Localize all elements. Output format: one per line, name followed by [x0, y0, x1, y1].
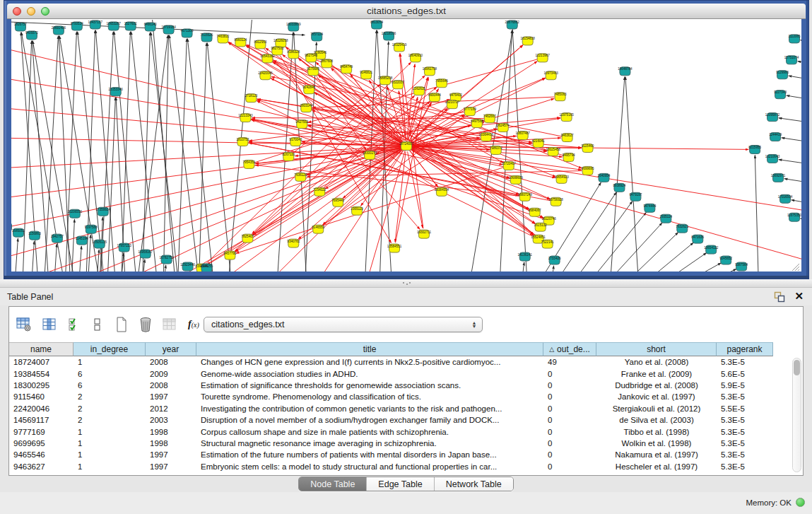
- table-row[interactable]: 911546021997Tourette syndrome. Phenomeno…: [9, 391, 792, 402]
- table-row[interactable]: 946362711997Embryonic stem cells: a mode…: [9, 461, 792, 472]
- table-cell: 0: [543, 404, 596, 413]
- table-cell: 49: [543, 358, 596, 366]
- table-cell: 1997: [146, 450, 196, 459]
- graph-node-label: 1955119: [351, 207, 363, 211]
- table-row[interactable]: 946554611997Estimation of the future num…: [9, 449, 792, 460]
- delete-trash-icon[interactable]: [136, 315, 155, 334]
- column-visibility-icon[interactable]: [40, 315, 59, 334]
- rows-icon[interactable]: [88, 315, 107, 334]
- panel-splitter[interactable]: [0, 279, 812, 288]
- table-row[interactable]: 1830029562008Estimation of significance …: [9, 380, 792, 391]
- function-fx-icon[interactable]: f(x): [184, 315, 203, 334]
- graph-node-label: 2935114: [660, 215, 673, 218]
- graph-node-label: 8990444: [428, 93, 441, 97]
- graph-edge: [100, 32, 114, 271]
- graph-node-label: 10654112: [704, 246, 718, 250]
- graph-node-label: 9197588: [85, 226, 98, 229]
- table-cell: 2008: [146, 358, 196, 366]
- graph-node-label: 19756928: [548, 198, 563, 201]
- table-row[interactable]: 1872400712008Changes of HCN gene express…: [9, 356, 792, 368]
- table-cell: 1997: [146, 392, 196, 401]
- network-window-titlebar[interactable]: citations_edges.txt: [7, 4, 806, 19]
- import-table-icon-disabled: [160, 315, 179, 334]
- graph-node-label: 10958167: [138, 250, 153, 254]
- scrollbar-thumb[interactable]: [794, 360, 800, 375]
- graph-edge: [549, 266, 554, 271]
- graph-node-label: 9146821: [360, 71, 372, 74]
- column-header-year[interactable]: year: [146, 342, 196, 356]
- column-header-pagerank[interactable]: pagerank: [717, 342, 773, 356]
- graph-node-label: 6479402: [449, 93, 462, 97]
- graph-edge: [408, 151, 423, 228]
- graph-node-label: 6466140: [144, 23, 157, 26]
- table-cell: Disruption of a novel member of a sodium…: [196, 416, 543, 424]
- close-icon[interactable]: ✕: [794, 290, 804, 303]
- table-row[interactable]: 977716911998Corpus callosum shape and si…: [9, 426, 792, 437]
- memory-ok-icon[interactable]: [796, 498, 805, 507]
- table-row[interactable]: 1938455462009Genome-wide association stu…: [9, 368, 792, 379]
- table-cell: 5.3E-5: [717, 416, 773, 424]
- graph-node-label: 18325419: [392, 43, 407, 47]
- resize-grip[interactable]: [792, 264, 799, 271]
- new-document-icon[interactable]: [112, 315, 131, 334]
- table-cell: Hescheler et al. (1997): [596, 462, 717, 471]
- citation-network-graph[interactable]: 1872400785601248912953182260589827503105…: [11, 19, 801, 271]
- graph-node-label: 4671308: [181, 29, 194, 33]
- graph-node-label: 8146553: [312, 226, 324, 229]
- tab-network-table[interactable]: Network Table: [435, 477, 513, 491]
- graph-node-label: 17359924: [96, 208, 111, 211]
- table-cell: 1998: [146, 428, 196, 436]
- tab-edge-table[interactable]: Edge Table: [367, 477, 434, 491]
- table-cell: 2008: [146, 381, 196, 390]
- graph-node-label: 13584551: [387, 245, 402, 248]
- graph-node-label: 16648784: [618, 67, 632, 71]
- table-cell: Embryonic stem cells: a model to study s…: [196, 462, 543, 471]
- table-row[interactable]: 2242004622012Investigating the contribut…: [9, 403, 792, 414]
- table-cell: 2009: [146, 370, 196, 378]
- graph-node-label: 7857224: [310, 33, 323, 36]
- graph-node-label: 12975165: [559, 113, 574, 117]
- table-cell: 9465546: [9, 450, 73, 459]
- graph-node-label: 1615132: [534, 223, 547, 227]
- splitter-handle-icon[interactable]: [401, 281, 411, 286]
- graph-node-label: 9387564: [735, 263, 748, 267]
- graph-node-label: 19654923: [554, 175, 569, 179]
- graph-node-label: 7954351: [242, 160, 255, 164]
- network-table-dropdown[interactable]: citations_edges.txt ▲▼: [204, 317, 483, 332]
- graph-node-label: 3624574: [497, 124, 510, 127]
- graph-node-label: 12213343: [238, 114, 253, 117]
- column-header-name[interactable]: name: [9, 342, 73, 356]
- graph-node-label: 19302711: [417, 230, 431, 234]
- minimize-icon[interactable]: [27, 7, 35, 16]
- tab-node-table[interactable]: Node Table: [299, 477, 367, 491]
- graph-node-label: 6479197: [630, 193, 642, 197]
- column-header-out-de-[interactable]: △out_de...: [543, 342, 596, 356]
- graph-node-label: 8471636: [691, 235, 704, 239]
- table-settings-icon[interactable]: [15, 315, 33, 334]
- graph-node-label: 16154838: [521, 37, 536, 40]
- table-cell: 5.3E-5: [717, 392, 773, 401]
- table-cell: 18300295: [9, 381, 73, 390]
- network-canvas[interactable]: 1872400785601248912953182260589827503105…: [11, 19, 801, 271]
- graph-node-label: 7986372: [490, 146, 502, 150]
- table-cell: Structural magnetic resonance image aver…: [196, 439, 543, 448]
- close-icon[interactable]: [13, 7, 21, 16]
- table-row[interactable]: 969969511998Structural magnetic resonanc…: [9, 438, 792, 449]
- graph-node-label: 20691406: [52, 26, 66, 30]
- table-cell: Tourette syndrome. Phenomenology and cla…: [196, 392, 543, 401]
- vertical-scrollbar[interactable]: [792, 358, 801, 472]
- column-header-title[interactable]: title: [196, 342, 543, 356]
- float-window-icon[interactable]: [774, 291, 785, 303]
- graph-node-label: 1156863: [28, 232, 41, 235]
- zoom-icon[interactable]: [41, 7, 49, 16]
- graph-node-label: 9129966: [776, 71, 789, 74]
- column-header-short[interactable]: short: [596, 342, 717, 356]
- row-select-checks-icon[interactable]: [66, 315, 84, 334]
- graph-edge: [801, 218, 801, 227]
- graph-node-label: 9777169: [464, 107, 476, 111]
- column-header-in-degree[interactable]: in_degree: [73, 342, 146, 356]
- graph-node-label: 7485063: [554, 93, 567, 96]
- table-row[interactable]: 1456911722003Disruption of a novel membe…: [9, 414, 792, 426]
- table-cell: Jankovic et al. (1997): [596, 392, 717, 401]
- graph-node-label: 19384554: [435, 188, 449, 192]
